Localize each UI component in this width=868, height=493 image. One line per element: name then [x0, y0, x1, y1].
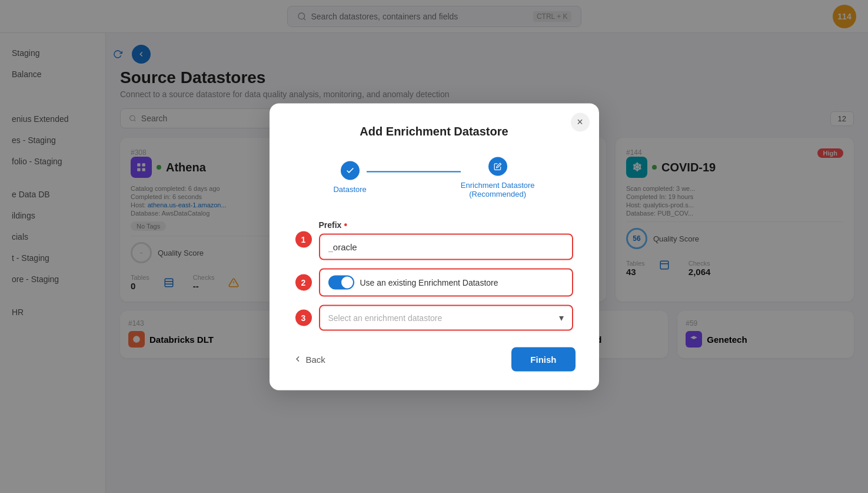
step-row-2: 2 Use an existing Enrichment Datastore — [295, 268, 573, 296]
finish-button[interactable]: Finish — [511, 347, 575, 371]
step-row-1: 1 Prefix • — [295, 219, 573, 260]
back-button[interactable]: Back — [293, 354, 325, 364]
step-badge-2: 2 — [295, 274, 312, 290]
prefix-input[interactable] — [319, 233, 573, 260]
enrichment-datastore-select[interactable]: Select an enrichment datastore — [320, 306, 572, 329]
step-connector — [367, 171, 461, 172]
select-inner: Select an enrichment datastore ▾ — [320, 306, 572, 329]
add-enrichment-modal: × Add Enrichment Datastore Datastore Enr… — [270, 103, 599, 390]
modal-footer: Back Finish — [293, 347, 576, 371]
step-enrichment: Enrichment Datastore (Recommended) — [461, 157, 535, 198]
toggle-group: Use an existing Enrichment Datastore — [319, 268, 573, 296]
step-badge-1: 1 — [295, 231, 312, 248]
prefix-group: Prefix • — [319, 219, 573, 260]
step-label-1: Datastore — [333, 185, 366, 194]
step-label-2: Enrichment Datastore (Recommended) — [461, 180, 535, 198]
modal-form: 1 Prefix • 2 Use an ex — [293, 219, 576, 330]
modal-title: Add Enrichment Datastore — [293, 124, 576, 138]
step-circle-2 — [488, 157, 507, 176]
step-datastore: Datastore — [333, 161, 366, 194]
required-indicator: • — [344, 219, 347, 230]
step-circle-1 — [341, 161, 360, 180]
modal-close-button[interactable]: × — [571, 113, 590, 131]
toggle-label: Use an existing Enrichment Datastore — [360, 277, 498, 287]
enrichment-select-wrap: Select an enrichment datastore ▾ — [319, 305, 573, 330]
prefix-label: Prefix • — [319, 219, 573, 230]
step-badge-3: 3 — [295, 309, 312, 326]
step-row-3: 3 Select an enrichment datastore ▾ — [295, 305, 573, 330]
toggle-row[interactable]: Use an existing Enrichment Datastore — [319, 268, 573, 296]
existing-datastore-toggle[interactable] — [328, 275, 354, 289]
select-group: Select an enrichment datastore ▾ — [319, 305, 573, 330]
toggle-thumb — [341, 276, 353, 288]
stepper: Datastore Enrichment Datastore (Recommen… — [293, 157, 576, 198]
